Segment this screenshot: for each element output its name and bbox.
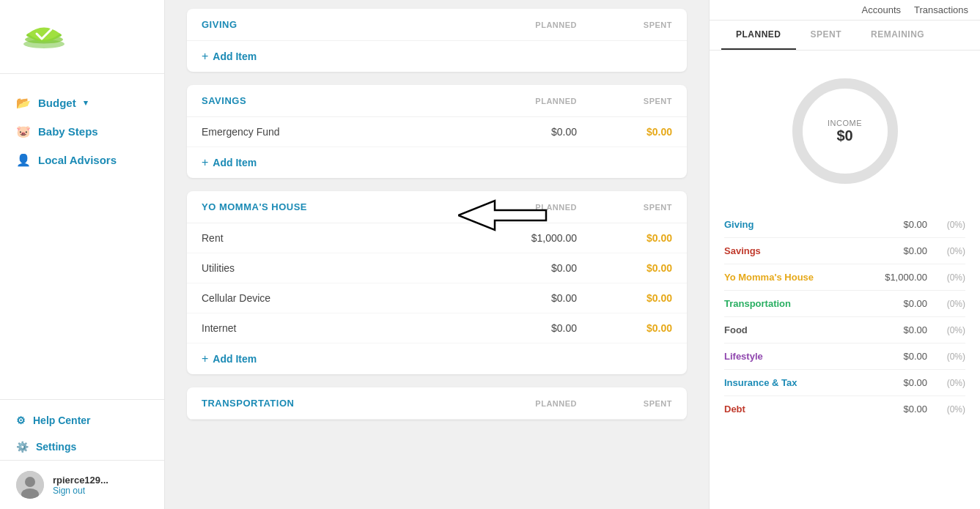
category-list: Giving $0.00 (0%) Savings $0.00 (0%) Yo …: [710, 204, 980, 429]
tab-planned[interactable]: PLANNED: [721, 21, 796, 50]
emergency-fund-planned: $0.00: [482, 126, 577, 138]
sidebar-item-budget[interactable]: 📂 Budget ▾: [0, 89, 164, 117]
help-center-item[interactable]: ⚙ Help Center: [0, 407, 164, 434]
transactions-link[interactable]: Transactions: [914, 4, 968, 15]
cellular-spent: $0.00: [577, 292, 672, 304]
sidebar-item-local-advisors-label: Local Advisors: [38, 154, 117, 166]
chevron-down-icon: ▾: [84, 98, 88, 108]
giving-header: GIVING PLANNED SPENT: [187, 9, 687, 41]
rent-planned: $1,000.00: [482, 232, 577, 244]
category-lifestyle-amount: $0.00: [903, 351, 927, 362]
yo-mommas-house-header: YO MOMMA'S HOUSE PLANNED SPENT: [187, 191, 687, 223]
internet-row: Internet $0.00 $0.00: [187, 313, 687, 343]
income-label-group: INCOME $0: [828, 119, 862, 144]
category-insurance-pct: (0%): [936, 378, 965, 388]
yo-spent-header: SPENT: [577, 203, 672, 212]
person-icon: 👤: [16, 153, 31, 167]
category-giving-pct: (0%): [936, 220, 965, 230]
internet-label: Internet: [202, 322, 482, 334]
plus-icon: +: [202, 156, 208, 169]
plus-icon: +: [202, 50, 208, 63]
giving-title: GIVING: [202, 19, 482, 30]
rent-label: Rent: [202, 232, 482, 244]
sidebar-item-baby-steps[interactable]: 🐷 Baby Steps: [0, 117, 164, 146]
category-food: Food $0.00 (0%): [724, 317, 965, 343]
savings-header: SAVINGS PLANNED SPENT: [187, 85, 687, 117]
right-top-nav: Accounts Transactions: [710, 0, 980, 21]
income-amount: $0: [828, 127, 862, 144]
category-food-label: Food: [724, 324, 903, 335]
settings-label: Settings: [36, 441, 76, 453]
giving-card: GIVING PLANNED SPENT + Add Item: [187, 9, 687, 72]
giving-add-label: Add Item: [213, 51, 257, 62]
baby-steps-icon: 🐷: [16, 125, 31, 138]
category-savings-amount: $0.00: [903, 245, 927, 256]
username: rpierce129...: [53, 475, 108, 486]
main-content: GIVING PLANNED SPENT + Add Item SAVINGS …: [165, 0, 709, 509]
sidebar-item-local-advisors[interactable]: 👤 Local Advisors: [0, 146, 164, 174]
tab-remaining[interactable]: REMAINING: [856, 21, 939, 50]
utilities-label: Utilities: [202, 262, 482, 274]
accounts-link[interactable]: Accounts: [862, 4, 901, 15]
rent-spent: $0.00: [577, 232, 672, 244]
yo-add-item[interactable]: + Add Item: [187, 343, 687, 374]
user-info: rpierce129... Sign out: [53, 475, 108, 496]
transportation-card: TRANSPORTATION PLANNED SPENT: [187, 387, 687, 420]
category-transport-amount: $0.00: [903, 298, 927, 309]
transport-planned-header: PLANNED: [482, 399, 577, 408]
category-food-pct: (0%): [936, 325, 965, 335]
savings-title: SAVINGS: [202, 95, 482, 106]
category-food-amount: $0.00: [903, 324, 927, 335]
savings-spent-header: SPENT: [577, 97, 672, 105]
category-debt: Debt $0.00 (0%): [724, 396, 965, 422]
utilities-row: Utilities $0.00 $0.00: [187, 253, 687, 283]
nav-bottom: ⚙ Help Center ⚙️ Settings: [0, 399, 164, 460]
category-debt-label: Debt: [724, 404, 903, 415]
savings-add-label: Add Item: [213, 157, 257, 168]
settings-item[interactable]: ⚙️ Settings: [0, 434, 164, 460]
yo-add-label: Add Item: [213, 353, 257, 365]
right-panel: Accounts Transactions PLANNED SPENT REMA…: [709, 0, 980, 509]
category-yo-amount: $1,000.00: [885, 272, 927, 283]
signout-link[interactable]: Sign out: [53, 486, 108, 496]
category-savings-pct: (0%): [936, 246, 965, 256]
svg-point-4: [25, 477, 35, 487]
plus-icon: +: [202, 352, 208, 365]
cellular-planned: $0.00: [482, 292, 577, 304]
nav-main: 📂 Budget ▾ 🐷 Baby Steps 👤 Local Advisors: [0, 74, 164, 399]
transportation-header: TRANSPORTATION PLANNED SPENT: [187, 387, 687, 420]
internet-spent: $0.00: [577, 322, 672, 334]
emergency-fund-spent: $0.00: [577, 126, 672, 138]
app-logo: [15, 13, 73, 57]
category-transport-pct: (0%): [936, 299, 965, 309]
cellular-row: Cellular Device $0.00 $0.00: [187, 283, 687, 313]
giving-spent-header: SPENT: [577, 21, 672, 29]
category-savings-label: Savings: [724, 245, 903, 256]
giving-add-item[interactable]: + Add Item: [187, 41, 687, 72]
sidebar-item-baby-steps-label: Baby Steps: [38, 125, 98, 138]
donut-area: INCOME $0: [710, 51, 980, 204]
help-center-label: Help Center: [33, 415, 91, 426]
cellular-label: Cellular Device: [202, 292, 482, 304]
category-yo: Yo Momma's House $1,000.00 (0%): [724, 264, 965, 291]
category-lifestyle: Lifestyle $0.00 (0%): [724, 343, 965, 370]
category-insurance: Insurance & Tax $0.00 (0%): [724, 370, 965, 396]
user-area: rpierce129... Sign out: [0, 460, 164, 509]
utilities-spent: $0.00: [577, 262, 672, 274]
category-giving-label: Giving: [724, 219, 903, 230]
giving-planned-header: PLANNED: [482, 21, 577, 29]
folder-icon: 📂: [16, 96, 31, 110]
tab-spent[interactable]: SPENT: [796, 21, 857, 50]
help-icon: ⚙: [16, 415, 26, 426]
settings-icon: ⚙️: [16, 441, 29, 453]
income-donut: INCOME $0: [786, 73, 904, 190]
summary-tabs: PLANNED SPENT REMAINING: [710, 21, 980, 51]
transportation-title: TRANSPORTATION: [202, 398, 482, 409]
category-debt-amount: $0.00: [903, 404, 927, 415]
savings-add-item[interactable]: + Add Item: [187, 147, 687, 178]
emergency-fund-label: Emergency Fund: [202, 126, 482, 138]
logo-area: [0, 0, 164, 74]
category-giving-amount: $0.00: [903, 219, 927, 230]
yo-planned-header: PLANNED: [482, 203, 577, 212]
avatar: [16, 471, 44, 499]
